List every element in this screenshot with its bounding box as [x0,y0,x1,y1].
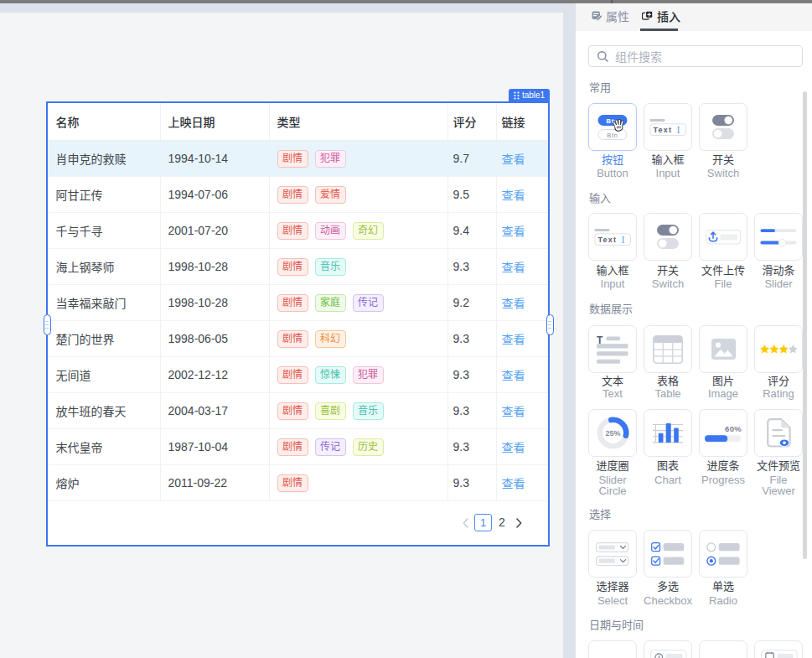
svg-text:I: I [622,233,625,245]
svg-text:Text: Text [598,236,618,244]
svg-text:Text: Text [654,126,673,134]
svg-text:I: I [677,123,680,135]
svg-text:60%: 60% [725,424,742,433]
svg-text:Btn: Btn [607,131,618,138]
svg-text:25%: 25% [605,429,620,438]
